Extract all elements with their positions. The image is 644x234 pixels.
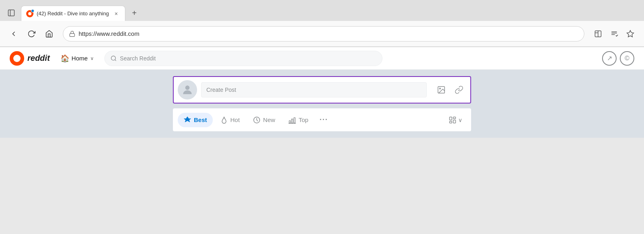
home-icon: 🏠 xyxy=(60,54,69,63)
svg-rect-21 xyxy=(450,121,452,123)
svg-line-8 xyxy=(115,60,116,61)
header-actions: ↗ © xyxy=(602,51,634,66)
layout-toggle-button[interactable]: ∨ xyxy=(445,114,466,126)
home-chevron-icon: ∨ xyxy=(90,56,94,61)
svg-rect-19 xyxy=(453,117,456,118)
sort-top-label: Top xyxy=(299,116,308,123)
user-avatar-small xyxy=(178,80,197,99)
reddit-logo[interactable]: reddit xyxy=(10,51,50,66)
feed-sort-bar: Best Hot New xyxy=(173,108,471,131)
new-tab-button[interactable]: + xyxy=(127,6,141,20)
home-label: Home xyxy=(72,55,88,62)
create-post-input[interactable]: Create Post xyxy=(201,82,427,97)
svg-marker-6 xyxy=(627,30,634,37)
create-post-placeholder: Create Post xyxy=(206,87,236,93)
sort-best-button[interactable]: Best xyxy=(178,113,213,127)
svg-rect-0 xyxy=(8,10,15,16)
content-center: Create Post xyxy=(173,76,471,131)
split-view-button[interactable] xyxy=(591,27,605,41)
svg-point-7 xyxy=(111,56,116,60)
reddit-wordmark: reddit xyxy=(27,54,50,63)
svg-rect-18 xyxy=(450,117,452,120)
tab-bar: (42) Reddit - Dive into anything × + xyxy=(0,0,644,21)
notification-dot xyxy=(31,9,34,12)
nav-actions xyxy=(591,27,638,41)
create-post-container: Create Post xyxy=(173,76,471,104)
reddit-search-bar[interactable]: Search Reddit xyxy=(104,51,382,66)
sort-best-label: Best xyxy=(194,116,207,123)
reader-mode-button[interactable] xyxy=(607,27,621,41)
sort-new-button[interactable]: New xyxy=(247,113,281,127)
create-post-actions xyxy=(434,83,466,97)
sort-hot-button[interactable]: Hot xyxy=(214,113,245,127)
address-bar[interactable]: https://www.reddit.com xyxy=(63,26,584,41)
sort-top-button[interactable]: Top xyxy=(283,113,314,127)
tab-title: (42) Reddit - Dive into anything xyxy=(37,10,109,17)
sort-new-label: New xyxy=(263,116,275,123)
redirect-button[interactable]: ↗ xyxy=(602,51,617,66)
reddit-header: reddit 🏠 Home ∨ Search Reddit ↗ © xyxy=(0,47,644,70)
back-button[interactable] xyxy=(6,27,21,41)
sort-hot-label: Hot xyxy=(231,116,240,123)
home-button[interactable] xyxy=(42,27,56,41)
svg-rect-14 xyxy=(289,120,290,123)
image-upload-button[interactable] xyxy=(434,83,449,97)
svg-rect-2 xyxy=(70,33,75,36)
search-placeholder: Search Reddit xyxy=(120,55,156,62)
svg-rect-15 xyxy=(291,119,293,123)
home-dropdown[interactable]: 🏠 Home ∨ xyxy=(56,52,98,65)
browser-chrome: (42) Reddit - Dive into anything × + htt… xyxy=(0,0,644,47)
navigation-bar: https://www.reddit.com xyxy=(0,21,644,47)
svg-rect-16 xyxy=(294,118,295,123)
sidebar-toggle-button[interactable] xyxy=(3,6,19,20)
favorites-button[interactable] xyxy=(623,27,638,41)
main-content: Create Post xyxy=(0,70,644,138)
active-tab[interactable]: (42) Reddit - Dive into anything × xyxy=(21,6,125,21)
reddit-logo-icon xyxy=(10,51,24,66)
svg-point-11 xyxy=(439,88,440,89)
refresh-button[interactable] xyxy=(24,27,39,41)
svg-point-9 xyxy=(185,85,190,90)
layout-chevron-icon: ∨ xyxy=(458,117,462,123)
svg-rect-20 xyxy=(453,120,456,123)
link-button[interactable] xyxy=(452,83,466,97)
user-avatar[interactable]: © xyxy=(620,51,634,66)
tab-favicon xyxy=(26,10,33,17)
sort-more-button[interactable]: ··· xyxy=(316,112,332,127)
tab-close-button[interactable]: × xyxy=(112,10,120,18)
url-text: https://www.reddit.com xyxy=(79,30,578,37)
